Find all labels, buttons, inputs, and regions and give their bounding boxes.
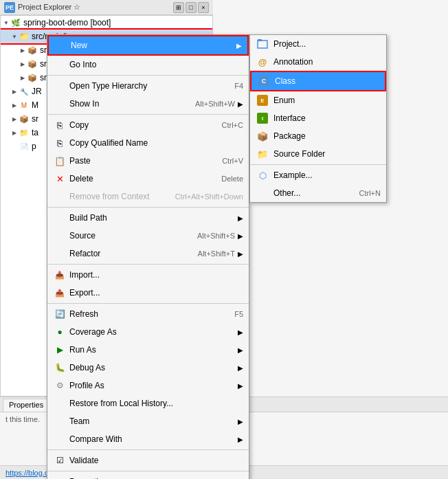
bottom-text: t this time. (5, 415, 40, 423)
sub-label-annotation: Annotation (273, 57, 381, 67)
import-label: Import... (69, 270, 243, 280)
tree-label-jr: JR (32, 87, 42, 96)
refresh-shortcut: F5 (234, 310, 243, 318)
tree-arrow-sr4[interactable]: ▶ (10, 115, 19, 123)
menu-item-team[interactable]: Team ▶ (47, 412, 249, 430)
menu-item-delete[interactable]: ✕ Delete Delete (47, 170, 249, 188)
jar-icon: 🔧 (19, 86, 30, 97)
copy-label: Copy (69, 120, 211, 130)
copy-icon: ⎘ (53, 118, 67, 132)
tree-arrow-src[interactable]: ▼ (10, 32, 19, 41)
context-menu: New ▶ Go Into Open Type Hierarchy F4 Sho… (47, 34, 249, 479)
tree-arrow-sr2[interactable]: ▶ (19, 60, 27, 68)
sub-menu-item-package[interactable]: 📦 Package (250, 127, 386, 145)
menu-item-copy[interactable]: ⎘ Copy Ctrl+C (47, 116, 249, 134)
sub-label-package: Package (273, 131, 381, 141)
project-explorer-title: Project Explorer ☆ (18, 3, 170, 12)
refactor-label: Refactor (69, 249, 187, 258)
import-icon: 📥 (53, 268, 67, 282)
menu-item-go-into[interactable]: Go Into (47, 56, 249, 74)
menu-item-refresh[interactable]: 🔄 Refresh F5 (47, 305, 249, 323)
svg-rect-0 (258, 41, 267, 48)
coverage-arrow: ▶ (238, 328, 243, 336)
sub-menu-item-other[interactable]: Other... Ctrl+N (250, 184, 386, 202)
sub-menu-item-enum[interactable]: E Enum (250, 91, 386, 109)
tab-properties[interactable]: Properties (3, 399, 49, 412)
menu-item-import[interactable]: 📥 Import... (47, 266, 249, 284)
tree-label-sr1: sr (40, 45, 47, 55)
other-shortcut: Ctrl+N (359, 189, 381, 197)
divider-5 (47, 303, 249, 304)
folder-icon-ta: 📁 (19, 127, 30, 138)
sub-menu-item-class[interactable]: C Class (250, 71, 386, 91)
sub-label-source-folder: Source Folder (273, 149, 381, 159)
tree-arrow-m[interactable]: ▶ (10, 101, 19, 109)
restore-label: Restore from Local History... (69, 399, 243, 408)
menu-item-source[interactable]: Source Alt+Shift+S ▶ (47, 227, 249, 245)
sub-label-class: Class (275, 76, 379, 86)
menu-item-validate[interactable]: ☑ Validate (47, 452, 249, 469)
tree-arrow-ta[interactable]: ▶ (10, 129, 19, 137)
menu-item-new[interactable]: New ▶ (47, 35, 249, 56)
menu-item-copy-qualified[interactable]: ⎘ Copy Qualified Name (47, 134, 249, 152)
menu-item-compare-with[interactable]: Compare With ▶ (47, 430, 249, 448)
interface-sub-icon: I (256, 111, 269, 125)
minimize-button[interactable]: ⊞ (173, 2, 184, 13)
tree-arrow-sr3[interactable]: ▶ (19, 74, 27, 82)
tree-item-spring-boot-demo[interactable]: ▼ 🌿 spring-boot-demo [boot] (1, 16, 212, 30)
sub-label-interface: Interface (273, 113, 381, 123)
sub-menu-item-source-folder[interactable]: 📁 Source Folder (250, 145, 386, 163)
package-icon-1: 📦 (27, 45, 38, 56)
build-label: Build Path (69, 213, 235, 223)
tree-label-m: M (32, 100, 38, 110)
menu-item-build-path[interactable]: Build Path ▶ (47, 209, 249, 227)
compare-icon (53, 432, 67, 446)
enum-sub-icon: E (256, 93, 269, 107)
menu-item-open-type-hierarchy[interactable]: Open Type Hierarchy F4 (47, 77, 249, 95)
file-icon-pom: 📄 (19, 141, 30, 152)
menu-item-debug-as[interactable]: 🐛 Debug As ▶ (47, 359, 249, 377)
build-icon (53, 211, 67, 225)
sub-menu-item-annotation[interactable]: @ Annotation (250, 53, 386, 71)
close-button[interactable]: × (198, 2, 209, 13)
properties-icon (53, 475, 67, 479)
tree-arrow-sr1[interactable]: ▶ (19, 46, 27, 54)
export-icon: 📤 (53, 286, 67, 300)
profile-label: Profile As (69, 381, 235, 390)
refactor-icon (53, 247, 67, 260)
package-icon-2: 📦 (27, 58, 38, 69)
show-in-label: Show In (69, 99, 184, 109)
delete-label: Delete (69, 174, 210, 183)
menu-item-restore-local[interactable]: Restore from Local History... (47, 394, 249, 412)
debug-arrow: ▶ (238, 364, 243, 372)
tree-arrow-jr[interactable]: ▶ (10, 87, 19, 96)
svg-rect-1 (258, 39, 262, 41)
menu-item-coverage-as[interactable]: ● Coverage As ▶ (47, 323, 249, 341)
menu-item-properties[interactable]: Properties Alt+Enter (47, 473, 249, 479)
menu-item-paste[interactable]: 📋 Paste Ctrl+V (47, 152, 249, 170)
menu-item-run-as[interactable]: ▶ Run As ▶ (47, 341, 249, 359)
source-label: Source (69, 231, 186, 241)
remove-label: Remove from Context (69, 192, 164, 201)
compare-arrow: ▶ (238, 436, 243, 443)
refactor-arrow: ▶ (238, 250, 243, 258)
show-in-icon (53, 97, 67, 111)
sub-context-menu-new: Project... @ Annotation C Class E Enum I… (249, 34, 387, 203)
sub-menu-item-interface[interactable]: I Interface (250, 109, 386, 127)
coverage-icon: ● (53, 325, 67, 339)
menu-item-profile-as[interactable]: ⚙ Profile As ▶ (47, 377, 249, 394)
maximize-button[interactable]: □ (186, 2, 197, 13)
profile-icon: ⚙ (53, 379, 67, 392)
menu-item-refactor[interactable]: Refactor Alt+Shift+T ▶ (47, 245, 249, 263)
copy-shortcut: Ctrl+C (222, 121, 243, 129)
menu-item-export[interactable]: 📤 Export... (47, 284, 249, 302)
sub-menu-item-project[interactable]: Project... (250, 35, 386, 53)
team-arrow: ▶ (238, 418, 243, 425)
run-arrow: ▶ (238, 346, 243, 354)
source-arrow: ▶ (238, 232, 243, 240)
profile-arrow: ▶ (238, 382, 243, 390)
menu-item-show-in[interactable]: Show In Alt+Shift+W ▶ (47, 95, 249, 113)
sub-menu-item-example[interactable]: ⬡ Example... (250, 166, 386, 184)
tree-label-sr3: sr (40, 73, 47, 82)
tree-arrow[interactable]: ▼ (2, 19, 10, 27)
